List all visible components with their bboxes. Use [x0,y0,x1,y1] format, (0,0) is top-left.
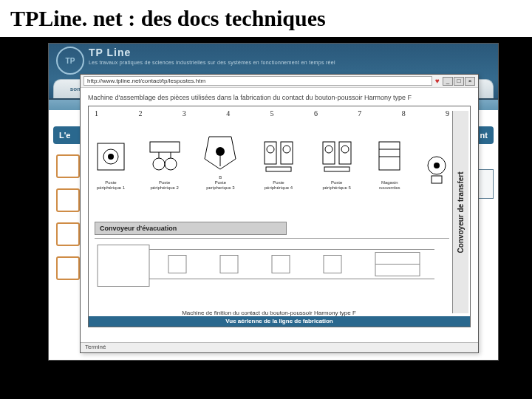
svg-rect-32 [324,256,341,273]
header-text: TP Line Les travaux pratiques de science… [89,47,491,65]
banner-right: nt [480,131,488,140]
svg-point-24 [434,163,440,168]
window-controls: _ □ × [443,77,475,86]
heart-icon[interactable]: ♥ [435,77,440,85]
minimize-button[interactable]: _ [443,77,453,86]
list-item[interactable] [56,256,80,280]
machine-item [424,151,449,191]
maximize-button[interactable]: □ [454,77,464,86]
station-num: 6 [314,109,318,117]
url-field[interactable]: http://www.tpline.net/contact/tp/lespost… [83,76,432,86]
machine-icon [202,129,239,174]
svg-rect-31 [272,256,290,273]
popup-body: Machine d'assemblage des pièces utilisée… [81,88,478,333]
svg-rect-30 [220,256,238,273]
svg-point-12 [267,146,274,153]
technical-diagram: 1 2 3 4 5 6 7 8 9 Poste périphérique 1 P… [88,106,471,327]
machine-row: Poste périphérique 1 Poste périphérique … [95,124,449,191]
svg-point-17 [325,146,332,153]
svg-point-5 [165,158,177,170]
machine-item: Poste périphérique 2 [149,139,181,191]
bottom-caption: Machine de finition du contact du bouton… [89,310,449,316]
svg-rect-14 [266,167,291,171]
station-num: 2 [138,109,142,117]
machine-icon [318,139,355,179]
machine-item: Poste périphérique 1 [95,139,127,191]
transfer-label: Convoyeur de transfert [457,171,465,253]
machine-label: Magasin couvercles [379,180,400,191]
svg-rect-25 [432,176,442,183]
machine-label: Poste périphérique 4 [265,180,293,191]
station-num: 3 [183,109,186,117]
machine-label: B Poste peripherique 3 [206,175,234,191]
station-numbers: 1 2 3 4 5 6 7 8 9 [95,109,449,117]
diagram-footer: Vue aérienne de la ligne de fabrication [89,316,470,327]
machine-icon [149,139,181,179]
close-button[interactable]: × [465,77,475,86]
site-brand: TP Line [89,47,491,58]
station-num: 8 [402,109,406,117]
doc-caption: Machine d'assemblage des pièces utilisée… [88,94,471,101]
station-num: 4 [226,109,230,117]
svg-rect-20 [379,142,400,170]
station-num: 5 [270,109,274,117]
left-thumbs [56,154,83,280]
machine-label: Poste périphérique 1 [97,180,125,191]
banner-left: L'e [59,131,70,140]
machine-icon [376,139,403,179]
machine-icon [260,139,297,179]
svg-rect-26 [98,245,149,287]
slide-title: TPLine. net : des docs techniques [0,0,532,37]
svg-point-2 [108,154,114,160]
lower-diagram-icon [95,239,449,304]
svg-point-18 [341,146,349,153]
list-item[interactable] [56,188,80,212]
machine-label: Poste périphérique 2 [150,180,178,191]
popup-window: http://www.tpline.net/contact/tp/lespost… [80,74,479,353]
svg-point-8 [216,147,225,156]
station-num: 1 [95,109,98,117]
machine-item: Poste périphérique 4 [260,139,297,191]
svg-point-4 [153,158,165,170]
machine-icon [95,139,127,179]
machine-item: Magasin couvercles [376,139,403,191]
station-num: 9 [446,109,449,117]
machine-label: Poste périphérique 5 [322,180,350,191]
transfer-conveyor: Convoyeur de transfert [452,111,468,313]
svg-rect-3 [150,142,180,152]
status-bar: Terminé [81,342,478,352]
machine-icon [424,151,449,191]
site-tagline: Les travaux pratiques de sciences indust… [89,60,491,65]
list-item[interactable] [56,154,80,178]
machine-item: Poste périphérique 5 [318,139,355,191]
evacuation-conveyor: Convoyeur d'évacuation [95,222,287,235]
station-num: 7 [358,109,361,117]
address-bar-row: http://www.tpline.net/contact/tp/lespost… [81,75,478,88]
site-logo-icon: TP [56,47,84,75]
list-item[interactable] [56,222,80,246]
lower-machine-area [95,238,449,304]
svg-point-13 [283,146,290,153]
svg-rect-19 [324,167,349,171]
svg-rect-29 [168,256,186,273]
machine-item: B Poste peripherique 3 [202,129,239,191]
